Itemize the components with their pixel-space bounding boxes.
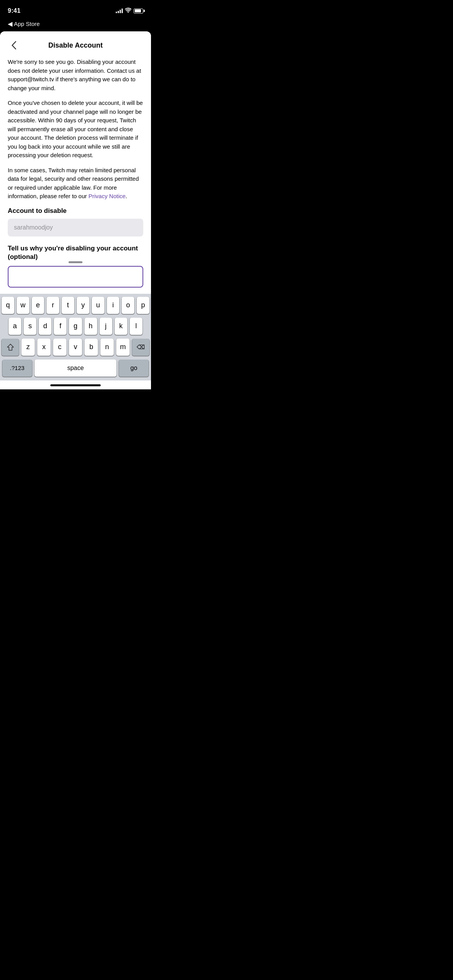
key-b[interactable]: b — [84, 339, 98, 356]
reason-section-label: Tell us why you're disabling your accoun… — [8, 244, 143, 261]
key-v[interactable]: v — [69, 339, 82, 356]
privacy-notice-link[interactable]: Privacy Notice — [88, 193, 125, 199]
key-x[interactable]: x — [37, 339, 51, 356]
key-g[interactable]: g — [69, 318, 82, 335]
key-w[interactable]: w — [17, 297, 29, 314]
key-e[interactable]: e — [32, 297, 45, 314]
keyboard-row-1: q w e r t y u i o p — [2, 297, 149, 314]
key-t[interactable]: t — [62, 297, 74, 314]
space-key[interactable]: space — [34, 360, 117, 377]
reason-section: Tell us why you're disabling your accoun… — [8, 244, 143, 289]
status-time: 9:41 — [8, 7, 21, 14]
wifi-icon — [125, 8, 131, 14]
key-q[interactable]: q — [2, 297, 14, 314]
go-key[interactable]: go — [119, 360, 149, 377]
back-button[interactable] — [8, 39, 20, 51]
home-bar — [50, 384, 101, 386]
battery-icon — [134, 9, 143, 14]
key-j[interactable]: j — [100, 318, 112, 335]
account-section: Account to disable — [8, 207, 143, 244]
paragraph-3-after: . — [125, 193, 127, 199]
signal-icon — [116, 9, 123, 13]
reason-input-wrapper — [8, 266, 143, 289]
key-c[interactable]: c — [53, 339, 67, 356]
page-title: Disable Account — [20, 41, 131, 50]
key-h[interactable]: h — [84, 318, 97, 335]
key-o[interactable]: o — [122, 297, 134, 314]
description-block-3: In some cases, Twitch may retain limited… — [8, 166, 143, 201]
description-block-2: Once you've chosen to delete your accoun… — [8, 99, 143, 160]
keyboard-row-3: z x c v b n m ⌫ — [2, 339, 149, 356]
app-store-nav: ◀ App Store — [0, 19, 151, 31]
key-l[interactable]: l — [130, 318, 142, 335]
key-p[interactable]: p — [137, 297, 149, 314]
status-icons — [116, 8, 143, 14]
key-a[interactable]: a — [9, 318, 21, 335]
key-r[interactable]: r — [46, 297, 59, 314]
shift-key[interactable] — [2, 339, 19, 356]
keyboard-bottom-row: .?123 space go — [2, 360, 149, 377]
key-k[interactable]: k — [115, 318, 127, 335]
account-section-label: Account to disable — [8, 207, 143, 215]
description-block-1: We're sorry to see you go. Disabling you… — [8, 58, 143, 93]
key-m[interactable]: m — [116, 339, 130, 356]
paragraph-1: We're sorry to see you go. Disabling you… — [8, 58, 143, 93]
key-n[interactable]: n — [100, 339, 114, 356]
page-content: We're sorry to see you go. Disabling you… — [0, 58, 151, 289]
app-store-label: App Store — [14, 21, 40, 27]
delete-key[interactable]: ⌫ — [132, 339, 149, 356]
home-indicator — [0, 380, 151, 389]
reason-textarea[interactable] — [8, 266, 143, 288]
account-input[interactable] — [8, 219, 143, 236]
content-area: Disable Account We're sorry to see you g… — [0, 31, 151, 389]
paragraph-2: Once you've chosen to delete your accoun… — [8, 99, 143, 160]
key-i[interactable]: i — [107, 297, 120, 314]
app-store-back[interactable]: ◀ App Store — [8, 20, 143, 27]
status-bar: 9:41 — [0, 0, 151, 19]
key-d[interactable]: d — [39, 318, 51, 335]
key-z[interactable]: z — [21, 339, 35, 356]
page-header: Disable Account — [0, 31, 151, 58]
scroll-handle — [69, 261, 82, 263]
numbers-key[interactable]: .?123 — [2, 360, 32, 377]
paragraph-3: In some cases, Twitch may retain limited… — [8, 166, 143, 201]
key-y[interactable]: y — [77, 297, 89, 314]
key-f[interactable]: f — [54, 318, 67, 335]
key-s[interactable]: s — [24, 318, 36, 335]
page: Disable Account We're sorry to see you g… — [0, 31, 151, 389]
keyboard: q w e r t y u i o p a s d f g h j k — [0, 294, 151, 380]
back-chevron-icon: ◀ — [8, 20, 12, 27]
keyboard-row-2: a s d f g h j k l — [2, 318, 149, 335]
key-u[interactable]: u — [92, 297, 105, 314]
